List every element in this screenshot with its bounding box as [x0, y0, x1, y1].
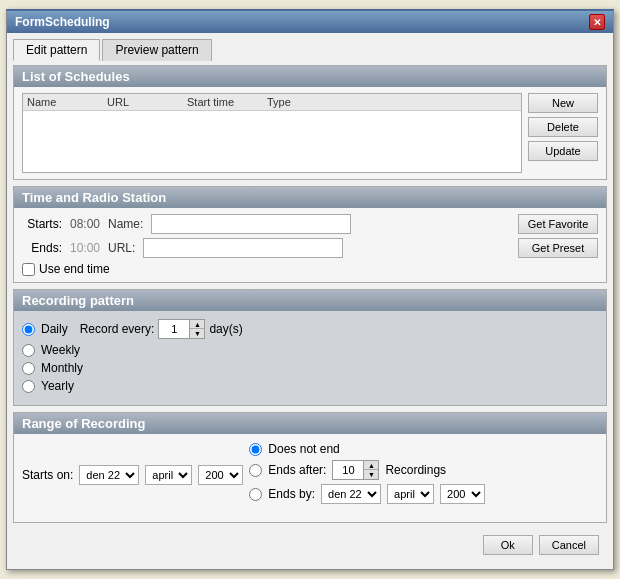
col-start-time: Start time [187, 96, 267, 108]
titlebar: FormScheduling ✕ [7, 11, 613, 33]
daily-row: Daily Record every: ▲ ▼ day(s) [22, 319, 598, 339]
col-name: Name [27, 96, 107, 108]
spinner-up-button[interactable]: ▲ [190, 320, 204, 329]
starts-year-select[interactable]: 200: [198, 465, 243, 485]
use-end-time-row: Use end time [22, 262, 508, 276]
starts-on-label: Starts on: [22, 468, 73, 482]
ends-by-year-select[interactable]: 200: [440, 484, 485, 504]
delete-button[interactable]: Delete [528, 117, 598, 137]
get-favorite-button[interactable]: Get Favorite [518, 214, 598, 234]
ends-by-radio[interactable] [249, 488, 262, 501]
does-not-end-label: Does not end [268, 442, 339, 456]
ends-after-input[interactable] [333, 461, 363, 479]
recording-section: Recording pattern Daily Record every: ▲ … [13, 289, 607, 406]
ends-by-day-select[interactable]: den 22 [321, 484, 381, 504]
time-right: Get Favorite Get Preset [518, 214, 598, 276]
time-section: Time and Radio Station Starts: 08:00 Nam… [13, 186, 607, 283]
schedules-header: List of Schedules [14, 66, 606, 87]
ends-after-up-button[interactable]: ▲ [364, 461, 378, 470]
starts-value: 08:00 [70, 217, 100, 231]
ends-after-radio[interactable] [249, 464, 262, 477]
use-end-time-checkbox[interactable] [22, 263, 35, 276]
record-every-input[interactable] [159, 320, 189, 338]
starts-label: Starts: [22, 217, 62, 231]
schedules-section: List of Schedules Name URL Start time Ty… [13, 65, 607, 180]
starts-on-row: Starts on: den 22 april 200: Does not en… [22, 442, 598, 508]
url-input[interactable] [143, 238, 343, 258]
yearly-label: Yearly [41, 379, 74, 393]
weekly-radio[interactable] [22, 344, 35, 357]
cancel-button[interactable]: Cancel [539, 535, 599, 555]
update-button[interactable]: Update [528, 141, 598, 161]
recordings-label: Recordings [385, 463, 446, 477]
url-label: URL: [108, 241, 135, 255]
new-button[interactable]: New [528, 93, 598, 113]
close-button[interactable]: ✕ [589, 14, 605, 30]
recording-header: Recording pattern [14, 290, 606, 311]
monthly-label: Monthly [41, 361, 83, 375]
ends-after-down-button[interactable]: ▼ [364, 470, 378, 479]
recording-body: Daily Record every: ▲ ▼ day(s) [14, 311, 606, 405]
window-title: FormScheduling [15, 15, 110, 29]
ends-after-label: Ends after: [268, 463, 326, 477]
ends-by-month-select[interactable]: april [387, 484, 434, 504]
ends-after-spinner-arrows: ▲ ▼ [363, 461, 378, 479]
get-preset-button[interactable]: Get Preset [518, 238, 598, 258]
daily-label: Daily [41, 322, 68, 336]
range-section: Range of Recording Starts on: den 22 apr… [13, 412, 607, 523]
table-header: Name URL Start time Type [23, 94, 521, 111]
ends-label: Ends: [22, 241, 62, 255]
tab-bar: Edit pattern Preview pattern [13, 39, 607, 61]
time-body: Starts: 08:00 Name: Ends: 10:00 URL: [14, 208, 606, 282]
close-icon: ✕ [593, 17, 601, 28]
starts-day-select[interactable]: den 22 [79, 465, 139, 485]
record-every-group: Record every: ▲ ▼ day(s) [80, 319, 243, 339]
record-every-label: Record every: [80, 322, 155, 336]
range-header: Range of Recording [14, 413, 606, 434]
yearly-row: Yearly [22, 379, 598, 393]
use-end-time-label: Use end time [39, 262, 110, 276]
main-window: FormScheduling ✕ Edit pattern Preview pa… [6, 9, 614, 570]
ends-by-label: Ends by: [268, 487, 315, 501]
does-not-end-row: Does not end [249, 442, 598, 456]
name-label: Name: [108, 217, 143, 231]
spinner-down-button[interactable]: ▼ [190, 329, 204, 338]
schedules-buttons: New Delete Update [528, 93, 598, 173]
range-body: Starts on: den 22 april 200: Does not en… [14, 434, 606, 522]
ends-value: 10:00 [70, 241, 100, 255]
weekly-row: Weekly [22, 343, 598, 357]
record-every-spinner: ▲ ▼ [158, 319, 205, 339]
does-not-end-radio[interactable] [249, 443, 262, 456]
col-type: Type [267, 96, 347, 108]
bottom-bar: Ok Cancel [13, 529, 607, 563]
schedules-body: Name URL Start time Type New Delete Upda… [14, 87, 606, 179]
time-header: Time and Radio Station [14, 187, 606, 208]
daily-radio[interactable] [22, 323, 35, 336]
name-input[interactable] [151, 214, 351, 234]
tab-preview-pattern[interactable]: Preview pattern [102, 39, 211, 61]
ends-by-row: Ends by: den 22 april 200: [249, 484, 598, 504]
spinner-arrows: ▲ ▼ [189, 320, 204, 338]
monthly-row: Monthly [22, 361, 598, 375]
weekly-label: Weekly [41, 343, 80, 357]
yearly-radio[interactable] [22, 380, 35, 393]
days-label: day(s) [209, 322, 242, 336]
ends-after-row: Ends after: ▲ ▼ Recordings [249, 460, 598, 480]
time-left: Starts: 08:00 Name: Ends: 10:00 URL: [22, 214, 508, 276]
col-url: URL [107, 96, 187, 108]
tab-edit-pattern[interactable]: Edit pattern [13, 39, 100, 61]
monthly-radio[interactable] [22, 362, 35, 375]
schedules-table: Name URL Start time Type [22, 93, 522, 173]
ok-button[interactable]: Ok [483, 535, 533, 555]
range-right: Does not end Ends after: ▲ ▼ [249, 442, 598, 508]
ends-after-spinner: ▲ ▼ [332, 460, 379, 480]
starts-month-select[interactable]: april [145, 465, 192, 485]
